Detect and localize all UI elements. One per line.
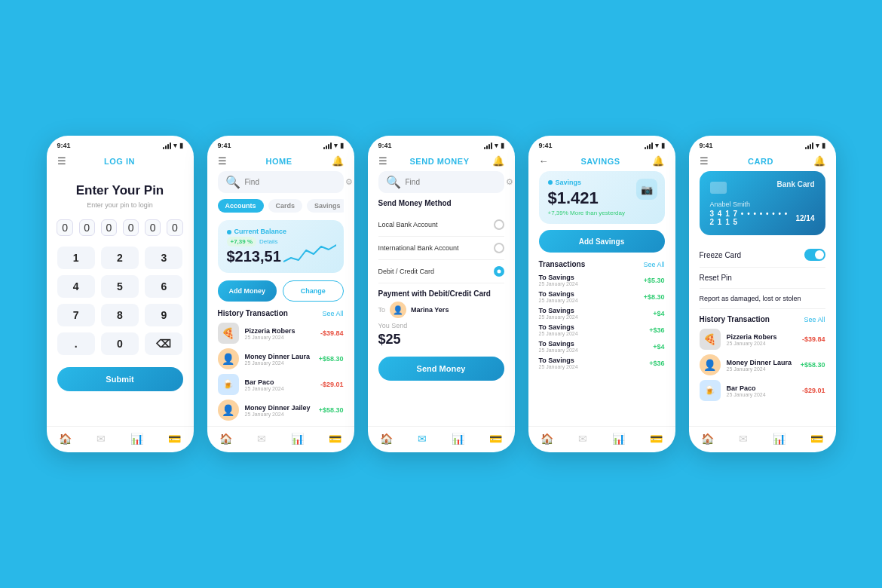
key-dot[interactable]: . [57,332,95,355]
menu-icon-home[interactable]: ☰ [218,155,227,167]
trans-icon-2: 👤 [218,348,239,369]
menu-icon-card[interactable]: ☰ [700,155,709,167]
savings-label: Savings [556,179,582,186]
radio-intl[interactable] [494,243,504,253]
see-all-card[interactable]: See All [804,316,825,323]
radio-card[interactable] [494,266,504,277]
method-card[interactable]: Debit / Credit Card [378,260,504,283]
savings-content: Savings $1.421 +7,39% More than yesterda… [528,171,675,426]
trans-icon-1: 🍕 [218,323,239,344]
key-6[interactable]: 6 [145,275,182,298]
bell-icon-card[interactable]: 🔔 [813,155,825,167]
card-nav-icon-sv[interactable]: 💳 [650,433,663,445]
card-trans-amount-1: -$39.84 [802,335,825,343]
stats-nav-icon-h[interactable]: 📊 [291,433,304,445]
search-bar-send[interactable]: 🔍 ⚙ [378,171,504,193]
back-icon-savings[interactable]: ← [539,155,549,167]
home-nav-icon[interactable]: 🏠 [59,433,72,445]
see-all-savings[interactable]: See All [643,261,664,268]
method-intl[interactable]: International Bank Account [378,237,504,260]
search-input-send[interactable] [406,178,501,186]
send-nav-icon-h[interactable]: ✉ [257,433,266,445]
nav-bar-home: ☰ HOME 🔔 [207,152,354,171]
tab-savings[interactable]: Savings [307,199,343,213]
card-trans-date-2: 25 January 2024 [727,366,795,372]
filter-icon-home[interactable]: ⚙ [345,177,353,187]
menu-icon-send[interactable]: ☰ [378,155,387,167]
see-all-home[interactable]: See All [322,310,343,317]
method-local[interactable]: Local Bank Account [378,213,504,237]
home-nav-icon-h[interactable]: 🏠 [219,433,232,445]
card-nav-icon-c[interactable]: 💳 [810,433,823,445]
details-link[interactable]: Details [259,238,277,245]
send-money-button[interactable]: Send Money [378,357,504,381]
tab-accounts[interactable]: Accounts [218,199,264,213]
stats-nav-icon[interactable]: 📊 [130,433,143,445]
pin-dot-3[interactable]: 0 [101,219,117,236]
stats-nav-icon-s[interactable]: 📊 [452,433,464,445]
pin-dot-6[interactable]: 0 [167,219,182,236]
trans-date-4: 25 January 2024 [245,412,313,417]
key-9[interactable]: 9 [145,304,182,326]
tab-cards[interactable]: Cards [268,199,303,213]
nav-bar-login: ☰ LOG IN [47,152,194,171]
home-nav-icon-sv[interactable]: 🏠 [541,433,553,445]
search-input-home[interactable] [245,178,341,186]
card-expiry: 12/14 [795,214,814,222]
home-nav-icon-s[interactable]: 🏠 [380,433,393,445]
send-nav-icon[interactable]: ✉ [96,433,106,445]
battery-icon-savings: ▮ [661,142,665,149]
login-content: Enter Your Pin Enter your pin to login 0… [47,171,194,426]
change-button[interactable]: Change [283,280,344,302]
pin-dot-1[interactable]: 0 [57,219,72,236]
pin-dot-2[interactable]: 0 [79,219,95,236]
key-8[interactable]: 8 [101,304,139,326]
home-nav-icon-c[interactable]: 🏠 [701,433,714,445]
pin-dot-5[interactable]: 0 [145,219,161,236]
trans-item-3: 🍺 Bar Paco 25 January 2024 -$29.01 [218,374,344,395]
card-nav-icon-h[interactable]: 💳 [329,433,341,445]
send-nav-icon-s[interactable]: ✉ [418,433,427,445]
savings-screen: 9:41 ▾ ▮ ← SAVINGS 🔔 Savings [528,136,675,452]
growth-badge: +7,39 % [227,237,257,247]
card-nav-icon[interactable]: 💳 [168,433,181,445]
key-4[interactable]: 4 [57,275,95,298]
radio-local[interactable] [494,219,504,230]
add-money-button[interactable]: Add Money [218,280,277,302]
search-bar-home[interactable]: 🔍 ⚙ [218,171,344,193]
key-0[interactable]: 0 [101,332,139,355]
stats-nav-icon-sv[interactable]: 📊 [612,433,625,445]
submit-button[interactable]: Submit [57,367,183,391]
wifi-icon-savings: ▾ [655,142,659,149]
card-nav-icon-s[interactable]: 💳 [489,433,502,445]
send-nav-icon-c[interactable]: ✉ [739,433,748,445]
card-trans-info-2: Money Dinner Laura 25 January 2024 [727,359,795,372]
add-savings-button[interactable]: Add Savings [539,230,665,253]
bell-icon-savings[interactable]: 🔔 [652,155,664,167]
send-nav-icon-sv[interactable]: ✉ [578,433,587,445]
key-backspace[interactable]: ⌫ [145,332,182,355]
blue-dot [227,230,231,234]
trans-amount-3: -$29.01 [320,381,344,388]
trans-info-2: Money Dinner Laura 25 January 2024 [245,353,313,366]
pin-dot-4[interactable]: 0 [123,219,139,236]
card-nav-title: CARD [748,157,773,166]
card-option-report: Report as damaged, lost or stolen [700,289,825,309]
key-5[interactable]: 5 [101,275,139,298]
key-7[interactable]: 7 [57,304,95,326]
strans-6: To Savings25 January 2024 +$36 [539,357,665,369]
bell-icon-send[interactable]: 🔔 [492,155,504,167]
camera-icon[interactable]: 📷 [636,179,657,200]
trans-amount-4: +$58.30 [319,406,344,414]
wifi-icon-send: ▾ [495,142,498,149]
stats-nav-icon-c[interactable]: 📊 [773,433,786,445]
key-1[interactable]: 1 [57,247,95,269]
key-3[interactable]: 3 [145,247,182,269]
filter-icon-send[interactable]: ⚙ [506,177,513,187]
freeze-toggle[interactable] [804,249,825,261]
key-2[interactable]: 2 [101,247,139,269]
bell-icon-home[interactable]: 🔔 [332,155,344,167]
search-icon-home: 🔍 [225,175,240,189]
menu-icon[interactable]: ☰ [57,155,66,167]
card-trans-icon-1: 🍕 [700,329,721,350]
